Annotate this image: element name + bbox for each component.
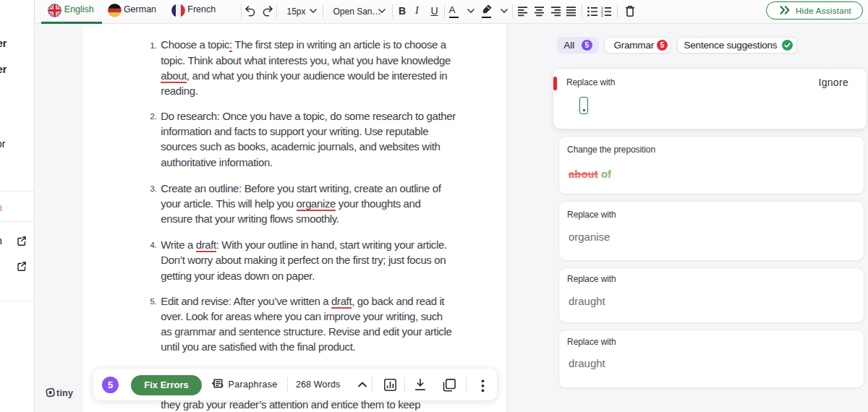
svg-text:tiny: tiny [56,388,73,398]
svg-text:3: 3 [601,13,603,17]
